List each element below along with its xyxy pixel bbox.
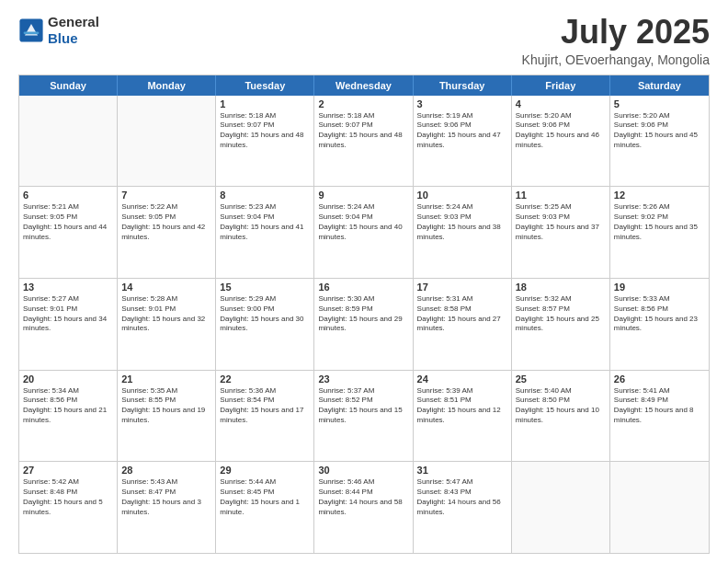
empty-cell: [610, 462, 709, 553]
day-number: 13: [23, 282, 113, 293]
day-cell-5: 5Sunrise: 5:20 AM Sunset: 9:06 PM Daylig…: [610, 96, 709, 187]
day-content: Sunrise: 5:39 AM Sunset: 8:51 PM Dayligh…: [417, 386, 507, 426]
day-number: 31: [417, 465, 507, 476]
day-cell-3: 3Sunrise: 5:19 AM Sunset: 9:06 PM Daylig…: [414, 96, 512, 187]
day-number: 3: [417, 98, 507, 109]
day-content: Sunrise: 5:43 AM Sunset: 8:47 PM Dayligh…: [121, 477, 211, 517]
day-cell-23: 23Sunrise: 5:37 AM Sunset: 8:52 PM Dayli…: [314, 371, 413, 462]
day-number: 11: [516, 190, 606, 201]
day-content: Sunrise: 5:22 AM Sunset: 9:05 PM Dayligh…: [121, 202, 211, 242]
day-cell-22: 22Sunrise: 5:36 AM Sunset: 8:54 PM Dayli…: [216, 371, 314, 462]
day-content: Sunrise: 5:44 AM Sunset: 8:45 PM Dayligh…: [220, 477, 310, 517]
day-number: 10: [417, 190, 507, 201]
day-cell-31: 31Sunrise: 5:47 AM Sunset: 8:43 PM Dayli…: [414, 462, 512, 553]
day-cell-1: 1Sunrise: 5:18 AM Sunset: 9:07 PM Daylig…: [216, 96, 314, 187]
day-cell-6: 6Sunrise: 5:21 AM Sunset: 9:05 PM Daylig…: [19, 187, 118, 278]
week-row-3: 13Sunrise: 5:27 AM Sunset: 9:01 PM Dayli…: [19, 279, 709, 371]
day-cell-15: 15Sunrise: 5:29 AM Sunset: 9:00 PM Dayli…: [216, 279, 314, 370]
day-content: Sunrise: 5:19 AM Sunset: 9:06 PM Dayligh…: [417, 111, 507, 151]
empty-cell: [19, 96, 118, 187]
day-content: Sunrise: 5:24 AM Sunset: 9:03 PM Dayligh…: [417, 202, 507, 242]
header-day-thursday: Thursday: [414, 75, 512, 96]
header: General Blue July 2025 Khujirt, OEvoerha…: [18, 14, 710, 67]
day-content: Sunrise: 5:37 AM Sunset: 8:52 PM Dayligh…: [318, 386, 408, 426]
day-content: Sunrise: 5:18 AM Sunset: 9:07 PM Dayligh…: [220, 111, 310, 151]
day-content: Sunrise: 5:27 AM Sunset: 9:01 PM Dayligh…: [23, 294, 113, 334]
day-cell-2: 2Sunrise: 5:18 AM Sunset: 9:07 PM Daylig…: [314, 96, 413, 187]
title-area: July 2025 Khujirt, OEvoerhangay, Mongoli…: [522, 14, 710, 67]
day-number: 21: [121, 373, 211, 385]
week-row-4: 20Sunrise: 5:34 AM Sunset: 8:56 PM Dayli…: [19, 371, 709, 463]
logo-blue: Blue: [48, 30, 78, 46]
day-content: Sunrise: 5:40 AM Sunset: 8:50 PM Dayligh…: [516, 386, 606, 426]
day-number: 25: [516, 373, 606, 385]
day-number: 17: [417, 282, 507, 293]
day-content: Sunrise: 5:20 AM Sunset: 9:06 PM Dayligh…: [516, 111, 606, 151]
day-content: Sunrise: 5:24 AM Sunset: 9:04 PM Dayligh…: [318, 202, 408, 242]
day-number: 20: [23, 373, 113, 385]
day-number: 22: [220, 373, 310, 385]
logo: General Blue: [18, 14, 99, 47]
day-number: 19: [614, 282, 705, 293]
day-number: 26: [614, 373, 705, 385]
calendar-body: 1Sunrise: 5:18 AM Sunset: 9:07 PM Daylig…: [19, 96, 709, 553]
day-content: Sunrise: 5:20 AM Sunset: 9:06 PM Dayligh…: [614, 111, 705, 151]
day-content: Sunrise: 5:42 AM Sunset: 8:48 PM Dayligh…: [23, 477, 113, 517]
day-content: Sunrise: 5:33 AM Sunset: 8:56 PM Dayligh…: [614, 294, 705, 334]
header-day-saturday: Saturday: [610, 75, 709, 96]
day-cell-19: 19Sunrise: 5:33 AM Sunset: 8:56 PM Dayli…: [610, 279, 709, 370]
day-content: Sunrise: 5:41 AM Sunset: 8:49 PM Dayligh…: [614, 386, 705, 426]
header-day-monday: Monday: [118, 75, 216, 96]
day-content: Sunrise: 5:23 AM Sunset: 9:04 PM Dayligh…: [220, 202, 310, 242]
day-content: Sunrise: 5:29 AM Sunset: 9:00 PM Dayligh…: [220, 294, 310, 334]
header-day-tuesday: Tuesday: [216, 75, 314, 96]
week-row-5: 27Sunrise: 5:42 AM Sunset: 8:48 PM Dayli…: [19, 462, 709, 553]
day-number: 14: [121, 282, 211, 293]
day-number: 6: [23, 190, 113, 201]
day-cell-10: 10Sunrise: 5:24 AM Sunset: 9:03 PM Dayli…: [414, 187, 512, 278]
day-cell-13: 13Sunrise: 5:27 AM Sunset: 9:01 PM Dayli…: [19, 279, 118, 370]
day-cell-7: 7Sunrise: 5:22 AM Sunset: 9:05 PM Daylig…: [118, 187, 216, 278]
day-number: 18: [516, 282, 606, 293]
calendar-header: SundayMondayTuesdayWednesdayThursdayFrid…: [19, 75, 709, 96]
day-content: Sunrise: 5:32 AM Sunset: 8:57 PM Dayligh…: [516, 294, 606, 334]
day-content: Sunrise: 5:30 AM Sunset: 8:59 PM Dayligh…: [318, 294, 408, 334]
week-row-1: 1Sunrise: 5:18 AM Sunset: 9:07 PM Daylig…: [19, 96, 709, 188]
day-cell-24: 24Sunrise: 5:39 AM Sunset: 8:51 PM Dayli…: [414, 371, 512, 462]
day-cell-4: 4Sunrise: 5:20 AM Sunset: 9:06 PM Daylig…: [512, 96, 610, 187]
day-number: 9: [318, 190, 408, 201]
day-cell-30: 30Sunrise: 5:46 AM Sunset: 8:44 PM Dayli…: [314, 462, 413, 553]
day-cell-25: 25Sunrise: 5:40 AM Sunset: 8:50 PM Dayli…: [512, 371, 610, 462]
week-row-2: 6Sunrise: 5:21 AM Sunset: 9:05 PM Daylig…: [19, 187, 709, 279]
day-number: 15: [220, 282, 310, 293]
day-number: 29: [220, 465, 310, 476]
day-cell-20: 20Sunrise: 5:34 AM Sunset: 8:56 PM Dayli…: [19, 371, 118, 462]
day-cell-14: 14Sunrise: 5:28 AM Sunset: 9:01 PM Dayli…: [118, 279, 216, 370]
month-title: July 2025: [522, 14, 710, 51]
day-number: 24: [417, 373, 507, 385]
day-cell-8: 8Sunrise: 5:23 AM Sunset: 9:04 PM Daylig…: [216, 187, 314, 278]
day-content: Sunrise: 5:28 AM Sunset: 9:01 PM Dayligh…: [121, 294, 211, 334]
page: General Blue July 2025 Khujirt, OEvoerha…: [0, 0, 728, 563]
day-cell-29: 29Sunrise: 5:44 AM Sunset: 8:45 PM Dayli…: [216, 462, 314, 553]
location-title: Khujirt, OEvoerhangay, Mongolia: [522, 52, 710, 67]
day-number: 23: [318, 373, 408, 385]
day-number: 2: [318, 98, 408, 109]
day-cell-17: 17Sunrise: 5:31 AM Sunset: 8:58 PM Dayli…: [414, 279, 512, 370]
header-day-friday: Friday: [512, 75, 610, 96]
empty-cell: [118, 96, 216, 187]
day-cell-9: 9Sunrise: 5:24 AM Sunset: 9:04 PM Daylig…: [314, 187, 413, 278]
day-number: 16: [318, 282, 408, 293]
day-number: 27: [23, 465, 113, 476]
day-number: 1: [220, 98, 310, 109]
day-number: 28: [121, 465, 211, 476]
calendar: SundayMondayTuesdayWednesdayThursdayFrid…: [18, 75, 710, 554]
day-number: 7: [121, 190, 211, 201]
day-cell-12: 12Sunrise: 5:26 AM Sunset: 9:02 PM Dayli…: [610, 187, 709, 278]
day-content: Sunrise: 5:18 AM Sunset: 9:07 PM Dayligh…: [318, 111, 408, 151]
svg-rect-2: [24, 31, 40, 34]
day-number: 5: [614, 98, 705, 109]
logo-icon: [18, 17, 44, 43]
day-content: Sunrise: 5:31 AM Sunset: 8:58 PM Dayligh…: [417, 294, 507, 334]
day-content: Sunrise: 5:36 AM Sunset: 8:54 PM Dayligh…: [220, 386, 310, 426]
